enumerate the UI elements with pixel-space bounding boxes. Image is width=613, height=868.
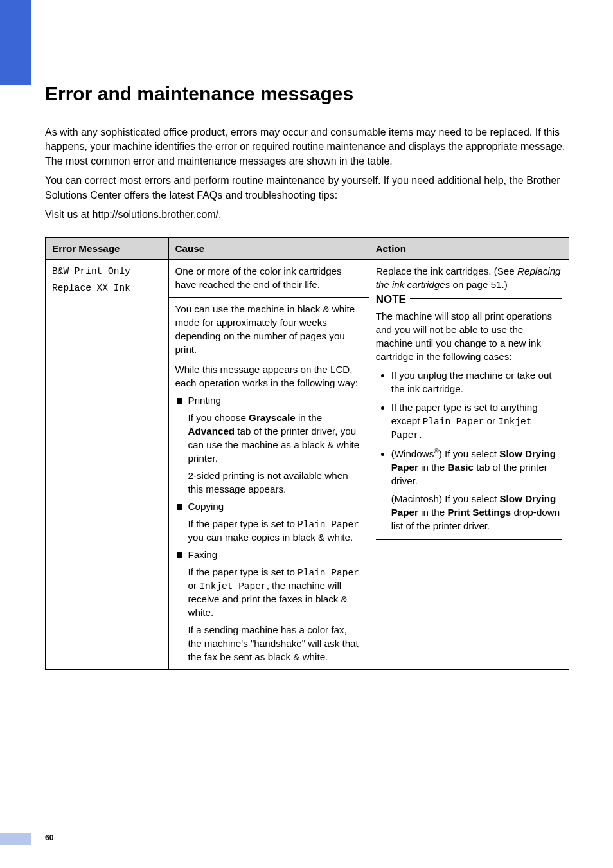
- note-list: If you unplug the machine or take out th…: [376, 369, 562, 534]
- reg-mark-icon: ®: [434, 448, 438, 455]
- t: (Macintosh) If you select: [391, 493, 500, 504]
- note-item-paper-type: If the paper type is set to anything exc…: [391, 401, 562, 442]
- intro-paragraph-2: You can correct most errors and perform …: [45, 174, 569, 203]
- t: in the: [296, 412, 322, 423]
- visit-prefix: Visit us at: [45, 209, 93, 220]
- b: Grayscale: [249, 412, 296, 423]
- page-number: 60: [45, 833, 53, 842]
- error-table: Error Message Cause Action B&W Print Onl…: [45, 237, 569, 669]
- mono: Plain Paper: [298, 520, 359, 530]
- header-divider: [45, 12, 569, 12]
- mode-printing: Printing If you choose Grayscale in the …: [175, 394, 362, 496]
- b: Advanced: [188, 426, 235, 437]
- printing-label: Printing: [188, 395, 222, 406]
- mode-faxing: Faxing If the paper type is set to Plain…: [175, 548, 362, 664]
- t: If the paper type is set to: [188, 566, 298, 577]
- intro-paragraph-3: Visit us at http://solutions.brother.com…: [45, 208, 569, 222]
- table-header-row: Error Message Cause Action: [46, 238, 569, 260]
- cell-cause-r1: One or more of the color ink cartridges …: [168, 260, 369, 298]
- cause-modes-list: Printing If you choose Grayscale in the …: [175, 394, 362, 664]
- faxing-receive: If the paper type is set to Plain Paper …: [188, 566, 362, 620]
- t: If you choose: [188, 412, 249, 423]
- cause-lcd-note: While this message appears on the LCD, e…: [175, 363, 362, 390]
- action-replace-text: Replace the ink cartridges. (See Replaci…: [376, 265, 562, 292]
- table-row: B&W Print Only Replace XX Ink One or mor…: [46, 260, 569, 298]
- note-item-unplug: If you unplug the machine or take out th…: [391, 369, 562, 396]
- t: ) If you select: [439, 448, 500, 459]
- msg-line-1: B&W Print Only: [52, 266, 130, 276]
- cell-error-message: B&W Print Only Replace XX Ink: [46, 260, 169, 669]
- intro-paragraph-1: As with any sophisticated office product…: [45, 125, 569, 168]
- mode-copying: Copying If the paper type is set to Plai…: [175, 500, 362, 545]
- note-rule-icon: [415, 302, 562, 302]
- page-number-accent: [0, 833, 31, 845]
- note-header: NOTE: [376, 292, 562, 307]
- t: you can make copies in black & white.: [188, 532, 353, 543]
- t: or: [188, 580, 200, 591]
- printing-2sided: 2-sided printing is not available when t…: [188, 469, 362, 496]
- t: in the: [418, 462, 448, 473]
- note-item-slow-drying: (Windows®) If you select Slow Drying Pap…: [391, 447, 562, 534]
- note-item-mac: (Macintosh) If you select Slow Drying Pa…: [391, 493, 562, 533]
- copying-text: If the paper type is set to Plain Paper …: [188, 518, 362, 545]
- solutions-link[interactable]: http://solutions.brother.com/: [93, 209, 219, 220]
- t: .: [419, 429, 422, 440]
- t: Replace the ink cartridges. (See: [376, 266, 517, 276]
- cause-bw-mode: You can use the machine in black & white…: [175, 303, 362, 357]
- mono: Plain Paper: [298, 568, 359, 578]
- t: on page 51.): [450, 279, 508, 290]
- note-title: NOTE: [376, 292, 410, 307]
- mono: Inkjet Paper: [199, 581, 266, 592]
- faxing-label: Faxing: [188, 549, 218, 560]
- cell-action: Replace the ink cartridges. (See Replaci…: [369, 260, 569, 669]
- b: Print Settings: [447, 507, 511, 518]
- visit-suffix: .: [218, 209, 221, 220]
- sidebar-accent: [0, 0, 31, 85]
- mono: Plain Paper: [423, 417, 484, 427]
- t: in the: [418, 507, 448, 518]
- b: Basic: [447, 462, 474, 473]
- note-intro: The machine will stop all print operatio…: [376, 310, 562, 364]
- page-title: Error and maintenance messages: [45, 83, 569, 105]
- t: If the paper type is set to: [188, 518, 298, 529]
- printing-grayscale: If you choose Grayscale in the Advanced …: [188, 411, 362, 466]
- t: or: [484, 415, 498, 426]
- cell-cause-r2: You can use the machine in black & white…: [168, 298, 369, 669]
- content-area: Error and maintenance messages As with a…: [0, 0, 613, 670]
- copying-label: Copying: [188, 501, 224, 512]
- th-action: Action: [369, 238, 569, 260]
- msg-line-2: Replace XX Ink: [52, 282, 162, 294]
- note-block: NOTE The machine will stop all print ope…: [376, 298, 562, 540]
- faxing-handshake: If a sending machine has a color fax, th…: [188, 624, 362, 664]
- th-error-message: Error Message: [46, 238, 169, 260]
- t: (Windows: [391, 448, 434, 459]
- th-cause: Cause: [168, 238, 369, 260]
